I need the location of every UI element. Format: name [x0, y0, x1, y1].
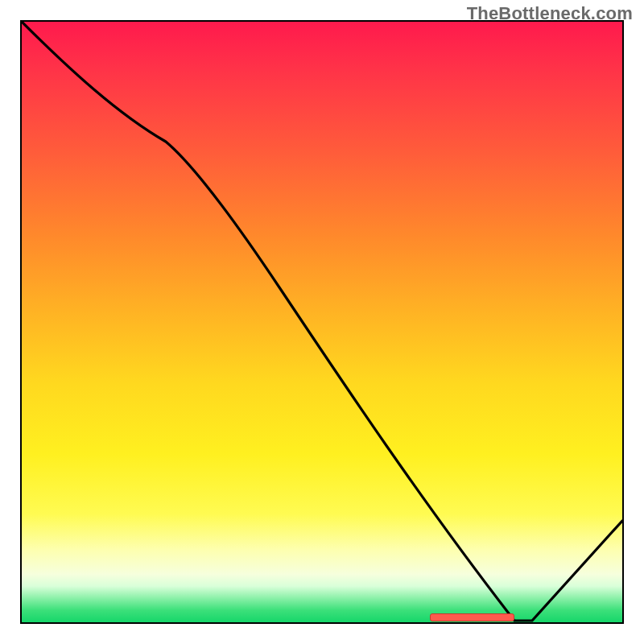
- bottleneck-curve: [22, 22, 622, 621]
- plot-area: [20, 20, 624, 624]
- watermark-text: TheBottleneck.com: [467, 3, 633, 24]
- optimal-range-marker: [430, 613, 514, 621]
- curve-layer: [22, 22, 622, 622]
- chart-container: TheBottleneck.com: [0, 0, 644, 644]
